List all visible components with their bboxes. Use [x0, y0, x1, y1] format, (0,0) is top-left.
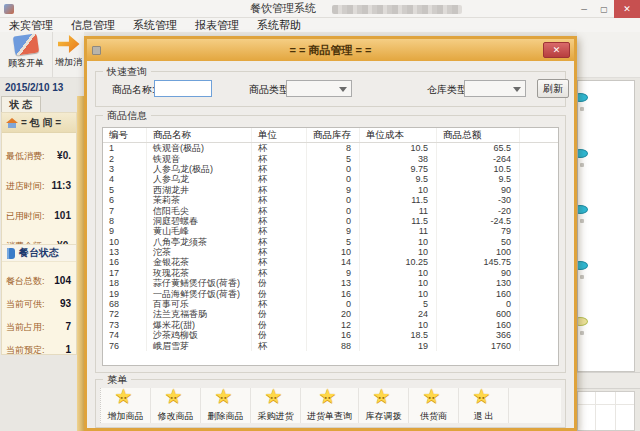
- table-row[interactable]: 8 洞庭碧螺春 杯 0 11.5 -24.5: [103, 216, 558, 226]
- restaurant-management-app: 餐饮管理系统 ─ ▢ ✕ 来宾管理信息管理系统管理报表管理系统帮助 顾客开单 增…: [0, 0, 640, 431]
- product-name-input[interactable]: [154, 80, 212, 97]
- table-row[interactable]: 18 蒜仔黄鳝煲仔饭(荷香) 份 13 10 130: [103, 278, 558, 288]
- table-row[interactable]: 13 沱茶 杯 10 10 100: [103, 247, 558, 257]
- product-info-label: 商品信息: [103, 109, 151, 123]
- dialog-titlebar[interactable]: = = 商品管理 = = ✕: [87, 39, 574, 61]
- room-stats: 最低消费: ¥0. 进店时间: 11:3 已用时间: 101 消费金额: ¥0.: [2, 150, 76, 253]
- menu-action-button[interactable]: ★ 库存调拨: [359, 388, 409, 423]
- star-icon: ★: [372, 389, 396, 409]
- column-header[interactable]: 商品名称: [147, 128, 252, 142]
- quick-query-label: 快速查询: [103, 65, 151, 79]
- minimize-button-icon[interactable]: ─: [574, 0, 594, 18]
- star-icon: ★: [164, 389, 188, 409]
- table-icon-partial[interactable]: [577, 317, 588, 326]
- window-controls: ─ ▢ ✕: [574, 0, 640, 18]
- room-status-panel: = 包 间 = 最低消费: ¥0. 进店时间: 11:3 已用时间: 101: [1, 112, 77, 355]
- menu-action-button[interactable]: ★ 修改商品: [151, 388, 201, 423]
- background-divider-band: [577, 372, 640, 389]
- product-management-dialog: = = 商品管理 = = ✕ 快速查询 商品名称: 商品类型: 仓库类型: 刷新…: [84, 36, 577, 431]
- star-icon: ★: [114, 389, 138, 409]
- star-icon: ★: [422, 389, 446, 409]
- book-icon: [7, 248, 15, 259]
- window-titlebar: 餐饮管理系统 ─ ▢ ✕: [0, 0, 640, 18]
- table-row[interactable]: 19 一品海鲜煲仔饭(荷香) 份 16 10 160: [103, 288, 558, 298]
- star-icon: ★: [264, 389, 288, 409]
- house-icon: [6, 118, 18, 128]
- redacted-title-text: [332, 5, 462, 14]
- table-row[interactable]: 76 峨眉雪芽 杯 88 19 1760: [103, 340, 558, 350]
- menu-action-button[interactable]: ★ 增加商品: [101, 388, 151, 423]
- table-row[interactable]: 74 沙茶鸡柳饭 份 16 18.5 366: [103, 330, 558, 340]
- table-row[interactable]: 73 爆米花(甜) 份 12 10 160: [103, 320, 558, 330]
- menu-action-button[interactable]: ★ 供货商: [409, 388, 459, 423]
- column-header[interactable]: 编号: [103, 128, 147, 142]
- table-row[interactable]: 9 黄山毛峰 杯 9 11 79: [103, 226, 558, 236]
- table-row[interactable]: 2 铁观音 杯 5 38 -264: [103, 153, 558, 163]
- room-section-header: = 包 间 =: [2, 113, 76, 133]
- table-body: 1 铁观音(极品) 杯 8 10.5 65.5 2 铁观音 杯: [103, 143, 558, 351]
- warehouse-type-select[interactable]: [464, 80, 526, 97]
- product-name-label: 商品名称:: [112, 83, 155, 97]
- app-icon: [4, 4, 14, 14]
- product-info-group: 商品信息 编号商品名称单位商品库存单位成本商品总额 1 铁观音(极品) 杯 8 …: [95, 115, 566, 373]
- menu-item[interactable]: 来宾管理: [0, 18, 62, 33]
- window-title: 餐饮管理系统: [250, 1, 316, 16]
- panel-edge-strip: [77, 96, 84, 431]
- star-icon: ★: [318, 389, 342, 409]
- product-table: 编号商品名称单位商品库存单位成本商品总额 1 铁观音(极品) 杯 8 10.5 …: [102, 127, 559, 366]
- column-header[interactable]: 单位成本: [360, 128, 437, 142]
- add-consumption-icon: [58, 35, 80, 53]
- column-header[interactable]: 单位: [252, 128, 307, 142]
- product-type-select[interactable]: [286, 80, 352, 97]
- table-row[interactable]: 17 玫瑰花茶 杯 9 10 90: [103, 268, 558, 278]
- star-icon: ★: [214, 389, 238, 409]
- menu-action-button[interactable]: ★ 退 出: [459, 388, 509, 423]
- table-icon-partial[interactable]: [577, 149, 588, 158]
- background-toolbar-strip: [577, 32, 640, 78]
- menu-item[interactable]: 系统管理: [124, 18, 186, 33]
- tab-status[interactable]: 状 态: [1, 96, 41, 112]
- table-row[interactable]: 5 西湖龙井 杯 9 10 90: [103, 185, 558, 195]
- star-icon: ★: [472, 389, 496, 409]
- column-header[interactable]: 商品总额: [437, 128, 520, 142]
- table-status-header: 餐台状态: [2, 244, 76, 262]
- table-row[interactable]: 1 铁观音(极品) 杯 8 10.5 65.5: [103, 143, 558, 153]
- table-row[interactable]: 4 人参乌龙 杯 0 9.5 9.5: [103, 174, 558, 184]
- menu-item[interactable]: 信息管理: [62, 18, 124, 33]
- table-stat-row: 当前可供: 93: [2, 298, 76, 311]
- menu-item[interactable]: 报表管理: [186, 18, 248, 33]
- billing-icon: [13, 33, 39, 55]
- room-stat-row: 最低消费: ¥0.: [2, 150, 76, 163]
- table-stats: 餐台总数: 104 当前可供: 93 当前占用: 7 当前预定: 1: [2, 265, 76, 355]
- window-close-button[interactable]: ✕: [614, 0, 640, 18]
- table-row[interactable]: 6 茉莉茶 杯 0 11.5 -30: [103, 195, 558, 205]
- table-stat-row: 餐台总数: 104: [2, 275, 76, 288]
- table-row[interactable]: 68 百事可乐 杯 0 5 0: [103, 299, 558, 309]
- room-stat-row: 进店时间: 11:3: [2, 180, 76, 193]
- maximize-button-icon[interactable]: ▢: [594, 0, 614, 18]
- dialog-close-button[interactable]: ✕: [543, 42, 570, 58]
- table-stat-row: 当前预定: 1: [2, 344, 76, 355]
- table-row[interactable]: 3 人参乌龙(极品) 杯 0 9.75 10.5: [103, 164, 558, 174]
- menu-item[interactable]: 系统帮助: [248, 18, 310, 33]
- table-icon-partial[interactable]: [577, 205, 588, 214]
- table-icon-partial[interactable]: [577, 261, 588, 270]
- table-icon-partial[interactable]: [577, 93, 588, 102]
- current-datetime: 2015/2/10 13: [5, 82, 63, 93]
- table-row[interactable]: 72 法兰克福香肠 份 20 24 600: [103, 309, 558, 319]
- column-header[interactable]: 商品库存: [307, 128, 360, 142]
- add-consumption-button[interactable]: 增加消: [52, 32, 84, 77]
- menu-bar: 来宾管理信息管理系统管理报表管理系统帮助: [0, 18, 640, 32]
- table-row[interactable]: 10 八角亭龙须茶 杯 5 10 50: [103, 237, 558, 247]
- table-map-panel: [577, 80, 635, 372]
- refresh-button[interactable]: 刷新: [537, 79, 569, 98]
- menu-action-button[interactable]: ★ 采购进货: [251, 388, 301, 423]
- table-row[interactable]: 7 信阳毛尖 杯 0 11 -20: [103, 205, 558, 215]
- menu-action-button[interactable]: ★ 进货单查询: [301, 388, 359, 423]
- quick-query-group: 快速查询 商品名称: 商品类型: 仓库类型: 刷新: [95, 71, 566, 107]
- table-row[interactable]: 16 金银花茶 杯 14 10.25 145.75: [103, 257, 558, 267]
- dialog-title: = = 商品管理 = =: [87, 43, 574, 58]
- background-grid-panel: [577, 391, 635, 431]
- menu-action-button[interactable]: ★ 删除商品: [201, 388, 251, 423]
- customer-billing-button[interactable]: 顾客开单: [0, 32, 52, 77]
